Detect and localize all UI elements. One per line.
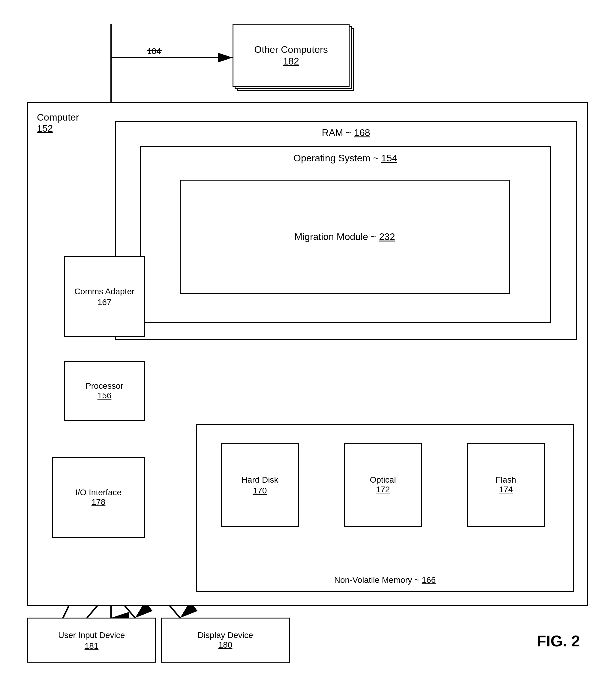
os-number: 154 bbox=[381, 153, 397, 163]
ram-number: 168 bbox=[354, 127, 370, 138]
flash-label: Flash bbox=[496, 475, 516, 485]
computer-number: 152 bbox=[37, 123, 79, 134]
flash-number: 174 bbox=[499, 485, 513, 494]
processor-label: Processor bbox=[86, 381, 123, 391]
nvm-label: Non-Volatile Memory bbox=[334, 575, 415, 585]
other-computers-stack: Other Computers 182 bbox=[232, 24, 355, 94]
diagram: 184 System Bus 160 bbox=[0, 0, 616, 674]
ram-label-group: RAM ~ 168 bbox=[322, 127, 370, 138]
other-computers-number: 182 bbox=[283, 56, 299, 67]
os-label-group: Operating System ~ 154 bbox=[293, 153, 397, 164]
dd-label: Display Device bbox=[197, 631, 253, 640]
ram-box: RAM ~ 168 Operating System ~ 154 Migrati… bbox=[115, 121, 577, 340]
comms-adapter-box: Comms Adapter 167 bbox=[64, 256, 145, 337]
migration-label: Migration Module bbox=[294, 231, 371, 242]
ram-tilde: ~ bbox=[346, 127, 354, 138]
optical-number: 172 bbox=[376, 485, 390, 494]
os-label: Operating System bbox=[293, 153, 373, 163]
io-number: 178 bbox=[92, 497, 106, 507]
uid-label: User Input Device bbox=[58, 629, 125, 641]
hard-disk-box: Hard Disk 170 bbox=[221, 443, 299, 527]
optical-label: Optical bbox=[370, 475, 396, 485]
migration-number: 232 bbox=[379, 231, 395, 242]
user-input-device-box: User Input Device 181 bbox=[27, 617, 156, 663]
other-computers-label: Other Computers bbox=[254, 43, 328, 56]
ram-label: RAM bbox=[322, 127, 346, 138]
nvm-box: Non-Volatile Memory ~ 166 Hard Disk 170 … bbox=[196, 424, 574, 592]
svg-text:184: 184 bbox=[147, 46, 161, 56]
processor-number: 156 bbox=[98, 391, 112, 401]
nvm-label-group: Non-Volatile Memory ~ 166 bbox=[334, 575, 436, 585]
migration-module-box: Migration Module ~ 232 bbox=[180, 180, 510, 294]
computer-outer-box: Computer 152 RAM ~ 168 Operating System … bbox=[27, 102, 588, 606]
io-label: I/O Interface bbox=[75, 488, 121, 497]
computer-label-group: Computer 152 bbox=[37, 112, 79, 134]
fig-label: FIG. 2 bbox=[537, 632, 580, 650]
display-device-box: Display Device 180 bbox=[161, 617, 290, 663]
io-interface-box: I/O Interface 178 bbox=[52, 457, 145, 538]
dd-number: 180 bbox=[218, 640, 232, 650]
comms-number: 167 bbox=[98, 298, 112, 307]
flash-box: Flash 174 bbox=[467, 443, 545, 527]
comms-label: Comms Adapter bbox=[75, 286, 135, 297]
computer-label: Computer bbox=[37, 112, 79, 123]
optical-box: Optical 172 bbox=[344, 443, 422, 527]
nvm-number: 166 bbox=[422, 575, 436, 585]
other-computers-box: Other Computers 182 bbox=[232, 24, 349, 87]
os-box: Operating System ~ 154 Migration Module … bbox=[140, 146, 551, 323]
hard-disk-number: 170 bbox=[253, 486, 267, 495]
processor-box: Processor 156 bbox=[64, 361, 145, 421]
uid-number: 181 bbox=[85, 641, 99, 651]
hard-disk-label: Hard Disk bbox=[241, 474, 279, 486]
